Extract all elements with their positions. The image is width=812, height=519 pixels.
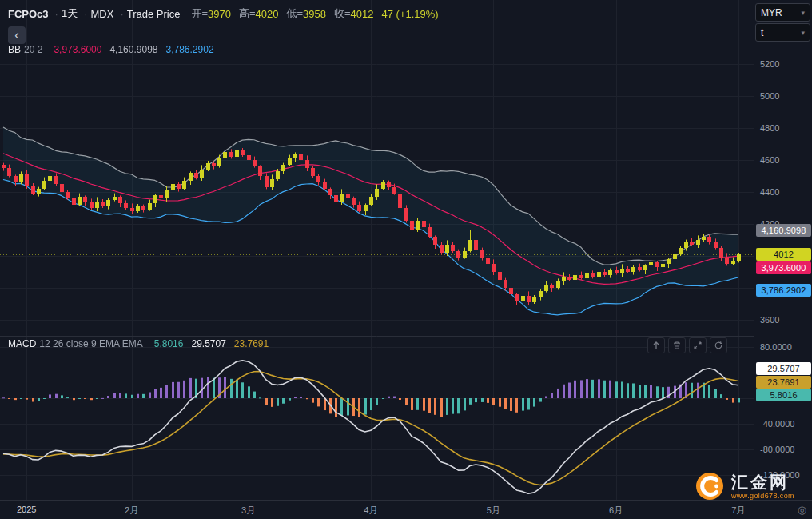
macd-hist-value-label: 5.8016 xyxy=(756,389,811,401)
back-button[interactable]: ‹ xyxy=(8,26,26,44)
pane-delete-button[interactable] xyxy=(668,337,686,353)
arrow-up-icon xyxy=(651,341,661,350)
maximize-icon xyxy=(693,341,703,350)
macd-params: 12 26 close 9 EMA EMA xyxy=(39,338,142,349)
high-label: 高= xyxy=(239,6,256,21)
price-tick-label: 3600 xyxy=(760,315,779,325)
bb-basis-value: 3,973.6000 xyxy=(54,44,102,55)
macd-legend[interactable]: MACD 12 26 close 9 EMA EMA 5.8016 29.570… xyxy=(8,338,269,349)
low-value: 3958 xyxy=(303,8,326,20)
time-axis-label: 2025 xyxy=(17,505,36,514)
time-axis-label: 3月 xyxy=(241,505,255,517)
symbol-name[interactable]: FCPOc3 xyxy=(8,8,49,20)
high-value: 4020 xyxy=(256,8,279,20)
bb-indicator-name: BB xyxy=(8,44,21,55)
legend-separator: · xyxy=(55,8,58,20)
time-axis-label: 4月 xyxy=(364,505,377,517)
low-label: 低= xyxy=(286,6,303,21)
change-value: 47 (+1.19%) xyxy=(382,8,439,20)
site-logo: 汇金网 www.gold678.com xyxy=(695,472,794,501)
legend-separator: · xyxy=(120,8,123,20)
symbol-legend: FCPOc3 · 1天 · MDX · Trade Price 开=3970 高… xyxy=(8,6,439,21)
price-tick-label: 4400 xyxy=(760,187,779,197)
restore-icon xyxy=(714,341,723,350)
last-price-label: 4012 xyxy=(756,248,811,261)
open-value: 3970 xyxy=(208,8,231,20)
legend-separator: · xyxy=(84,8,87,20)
bollinger-legend[interactable]: BB 20 2 3,973.6000 4,160.9098 3,786.2902 xyxy=(8,44,214,55)
interval-label[interactable]: 1天 xyxy=(62,6,78,21)
bb-basis-price-label: 3,973.6000 xyxy=(756,261,811,274)
bb-upper-value: 4,160.9098 xyxy=(109,44,157,55)
time-axis-label: 2月 xyxy=(125,505,138,517)
currency-dropdown[interactable]: MYR ▾ xyxy=(755,3,810,22)
pane-maximize-button[interactable] xyxy=(689,337,707,353)
unit-value: t xyxy=(761,27,763,38)
exchange-label: MDX xyxy=(91,8,114,20)
macd-signal-value: 23.7691 xyxy=(234,338,269,349)
macd-tick-label: -40.0000 xyxy=(760,419,794,429)
macd-indicator-name: MACD xyxy=(8,338,36,349)
price-tick-label: 4600 xyxy=(760,155,779,165)
time-axis-label: 7月 xyxy=(731,505,745,517)
macd-tick-label: 80.0000 xyxy=(760,342,792,352)
macd-hist-value: 5.8016 xyxy=(154,338,184,349)
chevron-left-icon: ‹ xyxy=(14,29,18,42)
pane-restore-button[interactable] xyxy=(710,337,727,353)
pane-move-up-button[interactable] xyxy=(647,337,665,353)
time-axis-label: 6月 xyxy=(609,505,623,517)
chevron-down-icon: ▾ xyxy=(801,9,805,17)
gold678-logo-icon xyxy=(695,472,724,501)
time-axis-label: 5月 xyxy=(487,505,500,517)
bb-upper-price-label: 4,160.9098 xyxy=(756,224,811,237)
macd-pane-toolbar xyxy=(647,337,727,353)
scale-settings-icon[interactable]: ◎ xyxy=(798,504,806,516)
macd-tick-label: -80.0000 xyxy=(760,445,794,454)
close-label: 收= xyxy=(334,6,351,21)
macd-line-value: 29.5707 xyxy=(191,338,225,349)
price-chart-canvas[interactable] xyxy=(0,0,754,500)
close-value: 4012 xyxy=(351,8,374,20)
trading-chart-app: FCPOc3 · 1天 · MDX · Trade Price 开=3970 高… xyxy=(0,0,812,519)
time-axis[interactable]: ◎ 20252月3月4月5月6月7月 xyxy=(0,500,812,519)
bb-lower-value: 3,786.2902 xyxy=(166,44,214,55)
logo-url: www.gold678.com xyxy=(731,493,794,501)
chevron-down-icon: ▾ xyxy=(801,29,805,37)
series-type-label: Trade Price xyxy=(127,8,181,20)
open-label: 开= xyxy=(191,6,208,21)
bb-lower-price-label: 3,786.2902 xyxy=(756,284,811,297)
unit-dropdown[interactable]: t ▾ xyxy=(755,23,810,42)
macd-line-value-label: 29.5707 xyxy=(756,362,811,375)
logo-title: 汇金网 xyxy=(731,473,794,491)
price-tick-label: 5200 xyxy=(760,59,779,69)
bb-params: 20 2 xyxy=(24,44,42,55)
price-axis[interactable]: 520050004800460044004200360080.0000-40.0… xyxy=(754,0,812,500)
price-tick-label: 5000 xyxy=(760,91,779,101)
currency-value: MYR xyxy=(761,7,782,18)
price-tick-label: 4800 xyxy=(760,123,779,133)
trash-icon xyxy=(672,341,682,350)
macd-signal-value-label: 23.7691 xyxy=(756,376,811,389)
